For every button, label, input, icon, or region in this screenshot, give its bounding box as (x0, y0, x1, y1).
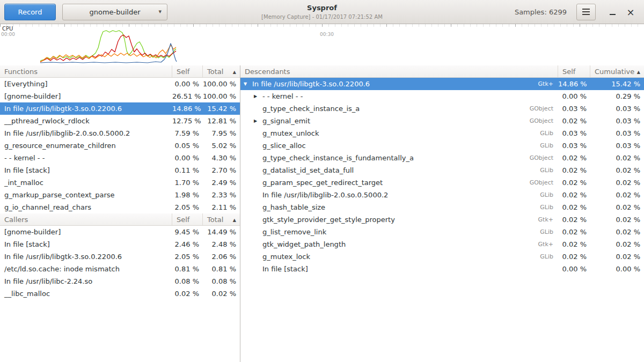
target-selector-dropdown[interactable]: gnome-builder ▾ (62, 4, 167, 20)
table-row[interactable]: In file [stack]2.46 %2.48 % (0, 238, 240, 250)
total-percent: 100.00 % (203, 78, 240, 90)
close-icon: × (626, 6, 634, 18)
descendant-name-cell: gtk_widget_path_lengthGtk+ (240, 238, 558, 250)
self-percent: 7.59 % (172, 127, 203, 139)
total-percent: 0.81 % (203, 263, 240, 275)
cumulative-percent: 0.02 % (590, 226, 644, 238)
table-row[interactable]: g_io_channel_read_chars2.05 %2.11 % (0, 201, 240, 213)
table-row[interactable]: In file /usr/lib/libgtk-3.so.0.2200.62.0… (0, 250, 240, 263)
table-row[interactable]: [Everything]0.00 %100.00 % (0, 78, 240, 90)
function-name: g_signal_emit (262, 115, 310, 127)
descendant-name-cell: g_hash_table_sizeGLib (240, 201, 558, 213)
library-tag: GObject (530, 115, 558, 127)
functions-table-body: [Everything]0.00 %100.00 %[gnome-builder… (0, 78, 240, 213)
self-percent: 0.02 % (558, 176, 590, 189)
expander-expanded-icon[interactable]: ▼ (244, 78, 252, 90)
column-header-total[interactable]: Total ▲ (203, 65, 240, 77)
function-name: [gnome-builder] (0, 226, 172, 238)
self-percent: 0.11 % (172, 164, 203, 176)
sort-indicator-icon: ▲ (233, 66, 236, 77)
self-percent: 2.46 % (172, 238, 203, 250)
column-header-self[interactable]: Self (172, 65, 203, 77)
library-tag: GLib (540, 164, 558, 176)
cumulative-percent: 0.02 % (590, 238, 644, 250)
table-row[interactable]: g_markup_parse_context_parse1.98 %2.33 % (0, 189, 240, 201)
app-title: Sysprof (161, 4, 483, 12)
column-header-cumulative[interactable]: Cumulative ▲ (590, 65, 644, 77)
main-content: Functions Self Total ▲ [Everything]0.00 … (0, 65, 644, 362)
self-percent: 14.86 % (172, 102, 203, 115)
column-header-descendants[interactable]: Descendants (240, 65, 558, 77)
table-row[interactable]: /etc/ld.so.cache: inode mismatch0.81 %0.… (0, 263, 240, 275)
library-tag: GLib (540, 139, 558, 152)
function-name: In file [stack] (0, 238, 172, 250)
total-percent: 2.49 % (203, 176, 240, 189)
table-row[interactable]: In file /usr/lib/libglib-2.0.so.0.5000.2… (0, 127, 240, 139)
table-row[interactable]: g_datalist_id_set_data_fullGLib0.02 %0.0… (240, 164, 644, 176)
cpu-timeline-graph[interactable]: CPU 00:00 00:30 (0, 24, 644, 66)
record-button[interactable]: Record (4, 4, 56, 20)
function-name: In file /usr/lib/libglib-2.0.so.0.5000.2 (0, 127, 172, 139)
table-row[interactable]: gtk_style_provider_get_style_propertyGtk… (240, 213, 644, 226)
table-row[interactable]: ▶g_signal_emitGObject0.02 %0.03 % (240, 115, 644, 127)
table-row[interactable]: g_param_spec_get_redirect_targetGObject0… (240, 176, 644, 189)
descendant-name-cell: In file [stack] (240, 263, 558, 275)
table-row[interactable]: gtk_widget_path_lengthGtk+0.02 %0.02 % (240, 238, 644, 250)
table-row[interactable]: ▼In file /usr/lib/libgtk-3.so.0.2200.6Gt… (240, 78, 644, 90)
table-row[interactable]: g_mutex_unlockGLib0.03 %0.03 % (240, 127, 644, 139)
table-row[interactable]: _int_malloc1.70 %2.49 % (0, 176, 240, 189)
total-percent: 15.42 % (203, 102, 240, 115)
function-name: /etc/ld.so.cache: inode mismatch (0, 263, 172, 275)
menu-button[interactable] (576, 4, 596, 20)
minimize-button[interactable] (604, 4, 620, 20)
function-name: g_io_channel_read_chars (0, 201, 172, 213)
table-row[interactable]: [gnome-builder]9.45 %14.49 % (0, 226, 240, 238)
table-row[interactable]: g_hash_table_sizeGLib0.02 %0.02 % (240, 201, 644, 213)
function-name: g_hash_table_size (262, 201, 325, 213)
function-name: In file /usr/lib/libc-2.24.so (0, 275, 172, 287)
table-row[interactable]: [gnome-builder]26.51 %100.00 % (0, 90, 240, 102)
self-percent: 0.02 % (558, 164, 590, 176)
table-row[interactable]: In file /usr/lib/libglib-2.0.so.0.5000.2… (240, 189, 644, 201)
cumulative-percent: 15.42 % (590, 78, 644, 90)
minimize-icon (610, 14, 616, 15)
cumulative-percent: 0.02 % (590, 152, 644, 164)
table-row[interactable]: g_slice_allocGLib0.03 %0.03 % (240, 139, 644, 152)
library-tag: GLib (540, 250, 558, 263)
total-percent: 2.11 % (203, 201, 240, 213)
total-percent: 0.08 % (203, 275, 240, 287)
table-row[interactable]: In file [stack]0.00 %0.00 % (240, 263, 644, 275)
table-row[interactable]: In file [stack]0.11 %2.70 % (0, 164, 240, 176)
column-header-self[interactable]: Self (172, 213, 203, 225)
table-row[interactable]: - - kernel - -0.00 %4.30 % (0, 152, 240, 164)
expander-collapsed-icon[interactable]: ▶ (254, 90, 262, 102)
table-row[interactable]: g_resource_enumerate_children0.05 %5.02 … (0, 139, 240, 152)
self-percent: 0.00 % (558, 90, 590, 102)
column-header-total[interactable]: Total ▲ (203, 213, 240, 225)
self-percent: 0.00 % (172, 152, 203, 164)
table-row[interactable]: g_list_remove_linkGLib0.02 %0.02 % (240, 226, 644, 238)
column-header-callers[interactable]: Callers (0, 213, 172, 225)
function-name: [Everything] (0, 78, 172, 90)
column-header-functions[interactable]: Functions (0, 65, 172, 77)
descendant-name-cell: In file /usr/lib/libglib-2.0.so.0.5000.2… (240, 189, 558, 201)
library-tag: Gtk+ (538, 238, 558, 250)
table-row[interactable]: g_type_check_instance_is_fundamentally_a… (240, 152, 644, 164)
function-name: gtk_style_provider_get_style_property (262, 213, 395, 226)
library-tag: GLib (540, 226, 558, 238)
library-tag: GLib (540, 189, 558, 201)
table-row[interactable]: __pthread_rwlock_rdlock12.75 %12.81 % (0, 115, 240, 127)
expander-collapsed-icon[interactable]: ▶ (254, 115, 262, 127)
column-header-self[interactable]: Self (558, 65, 590, 77)
table-row[interactable]: __libc_malloc0.02 %0.02 % (0, 287, 240, 300)
descendant-name-cell: g_mutex_unlockGLib (240, 127, 558, 139)
cumulative-percent: 0.03 % (590, 102, 644, 115)
table-row[interactable]: g_mutex_lockGLib0.02 %0.02 % (240, 250, 644, 263)
close-button[interactable]: × (623, 4, 639, 20)
total-percent: 100.00 % (203, 90, 240, 102)
table-row[interactable]: In file /usr/lib/libc-2.24.so0.08 %0.08 … (0, 275, 240, 287)
table-row[interactable]: ▶- - kernel - -0.00 %0.29 % (240, 90, 644, 102)
table-row[interactable]: g_type_check_instance_is_aGObject0.03 %0… (240, 102, 644, 115)
self-percent: 0.02 % (558, 226, 590, 238)
table-row[interactable]: In file /usr/lib/libgtk-3.so.0.2200.614.… (0, 102, 240, 115)
